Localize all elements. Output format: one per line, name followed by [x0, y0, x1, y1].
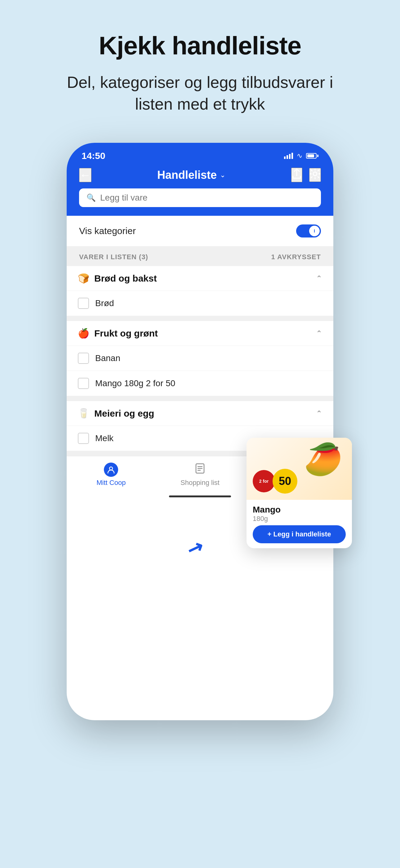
list-checked: 1 AVKRYSSET — [271, 253, 321, 261]
vis-kategorier-row: Vis kategorier I — [67, 216, 333, 246]
svg-point-0 — [313, 172, 317, 176]
phone-wrapper: 14:50 ∿ ← Handleliste ⌄ — [67, 143, 333, 733]
settings-button[interactable] — [309, 168, 321, 182]
search-bar[interactable]: 🔍 — [79, 188, 321, 207]
fruit-icon: 🍎 — [78, 328, 89, 339]
mango-info: Mango 180g + Legg i handleliste — [246, 500, 352, 548]
phone-shell: 14:50 ∿ ← Handleliste ⌄ — [67, 143, 333, 720]
mango-weight: 180g — [253, 515, 346, 523]
list-header: VARER I LISTEN (3) 1 AVKRYSSET — [67, 247, 333, 266]
checkbox-brod[interactable] — [78, 298, 89, 309]
category-fruit-left: 🍎 Frukt og grønt — [78, 328, 158, 339]
tab-mitt-coop[interactable]: Mitt Coop — [88, 463, 134, 487]
category-dairy-name: Meieri og egg — [94, 408, 154, 419]
deal-badge-red: 2 for — [253, 470, 275, 492]
content-area: Vis kategorier I VARER I LISTEN (3) 1 AV… — [67, 216, 333, 456]
deal-badge-yellow: 50 — [272, 469, 297, 494]
mango-card: 🥭 2 for 50 Mango 180g + Legg i handlelis… — [246, 438, 352, 548]
category-bread: 🍞 Brød og bakst ⌃ Brød — [67, 266, 333, 316]
list-item-mango[interactable]: Mango 180g 2 for 50 — [67, 371, 333, 396]
category-bread-header[interactable]: 🍞 Brød og bakst ⌃ — [67, 266, 333, 291]
header-title-row[interactable]: Handleliste ⌄ — [157, 168, 226, 182]
category-fruit-name: Frukt og grønt — [94, 328, 158, 339]
category-fruit-header[interactable]: 🍎 Frukt og grønt ⌃ — [67, 321, 333, 346]
wifi-icon: ∿ — [297, 152, 302, 160]
category-fruit: 🍎 Frukt og grønt ⌃ Banan Mango 180g 2 fo… — [67, 321, 333, 396]
home-bar — [169, 495, 231, 497]
header-title: Handleliste — [157, 168, 217, 182]
vis-kategorier-label: Vis kategorier — [79, 226, 136, 236]
page-title: Kjekk handleliste — [99, 31, 301, 60]
page-subtitle: Del, kategoriser og legg tilbudsvarer i … — [61, 71, 339, 115]
tab-shopping-list-label: Shopping list — [180, 479, 220, 487]
item-label-brod: Brød — [95, 298, 114, 308]
add-to-list-button[interactable]: + Legg i handleliste — [253, 525, 346, 543]
list-item-brod[interactable]: Brød — [67, 291, 333, 316]
search-input[interactable] — [100, 193, 313, 203]
checkbox-melk[interactable] — [78, 433, 89, 444]
category-dairy-header[interactable]: 🥛 Meieri og egg ⌃ — [67, 401, 333, 426]
category-bread-name: Brød og bakst — [94, 273, 157, 284]
category-bread-left: 🍞 Brød og bakst — [78, 273, 157, 284]
signal-icon — [284, 153, 293, 159]
mango-name: Mango — [253, 505, 346, 515]
header-nav: ← Handleliste ⌄ — [79, 168, 321, 182]
fruit-chevron-icon: ⌃ — [316, 329, 322, 338]
list-item-banan[interactable]: Banan — [67, 346, 333, 371]
search-icon: 🔍 — [87, 193, 96, 202]
shopping-list-icon — [194, 463, 206, 477]
vis-kategorier-toggle[interactable]: I — [296, 224, 321, 238]
dairy-icon: 🥛 — [78, 408, 89, 419]
bread-chevron-icon: ⌃ — [316, 274, 322, 283]
list-count: VARER I LISTEN (3) — [79, 253, 148, 261]
item-label-melk: Melk — [95, 433, 113, 443]
toggle-knob: I — [309, 226, 320, 236]
back-button[interactable]: ← — [79, 168, 92, 182]
status-icons: ∿ — [284, 152, 319, 160]
tab-mitt-coop-label: Mitt Coop — [96, 479, 126, 487]
status-time: 14:50 — [81, 151, 105, 161]
mango-image-area: 🥭 2 for 50 — [246, 438, 352, 500]
chevron-down-icon: ⌄ — [220, 171, 226, 179]
tab-shopping-list[interactable]: Shopping list — [177, 463, 223, 487]
dairy-chevron-icon: ⌃ — [316, 409, 322, 418]
mitt-coop-icon — [104, 463, 118, 477]
header-actions — [291, 168, 321, 182]
checkbox-mango[interactable] — [78, 378, 89, 389]
bread-icon: 🍞 — [78, 273, 89, 284]
checkbox-banan[interactable] — [78, 353, 89, 364]
battery-icon — [306, 153, 319, 159]
mango-fruit-image: 🥭 — [304, 441, 343, 477]
share-button[interactable] — [291, 168, 302, 182]
deal-badge: 2 for 50 — [253, 469, 297, 494]
svg-point-1 — [109, 467, 112, 470]
item-label-banan: Banan — [95, 353, 120, 363]
app-header: ← Handleliste ⌄ — [67, 164, 333, 216]
item-label-mango: Mango 180g 2 for 50 — [95, 378, 175, 389]
category-dairy-left: 🥛 Meieri og egg — [78, 408, 154, 419]
status-bar: 14:50 ∿ — [67, 143, 333, 164]
